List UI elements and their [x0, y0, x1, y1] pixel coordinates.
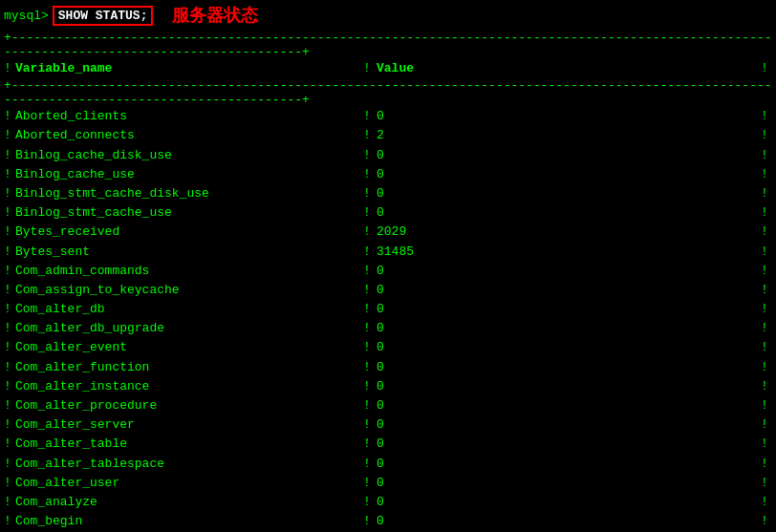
mid-sep: ! [357, 436, 377, 453]
right-sep: ! [761, 166, 772, 183]
left-sep: ! [4, 244, 15, 261]
table-row: ! Com_alter_tablespace ! 0 ! [0, 455, 776, 474]
left-sep: ! [4, 436, 15, 453]
variable-value: 0 [377, 263, 761, 280]
mid-sep: ! [357, 301, 377, 318]
top-border: +---------------------------------------… [0, 31, 776, 59]
right-sep: ! [761, 320, 772, 337]
variable-name: Com_begin [15, 513, 357, 530]
right-sep: ! [761, 127, 772, 144]
left-sep: ! [4, 263, 15, 280]
right-sep: ! [761, 494, 772, 511]
variable-value: 0 [377, 320, 761, 337]
mysql-prompt: mysql> [4, 9, 49, 23]
mid-sep: ! [357, 397, 377, 415]
table-row: ! Com_alter_table ! 0 ! [0, 435, 776, 454]
right-sep: ! [761, 416, 772, 434]
variable-value: 0 [377, 339, 761, 356]
left-sep: ! [4, 223, 15, 241]
command-text: SHOW STATUS; [53, 6, 154, 26]
right-sep: ! [761, 301, 772, 318]
variable-value: 0 [377, 397, 761, 415]
variable-value: 0 [377, 204, 761, 222]
left-sep: ! [4, 185, 15, 202]
table-row: ! Com_alter_instance ! 0 ! [0, 377, 776, 396]
variable-value: 0 [377, 147, 761, 164]
variable-name: Com_admin_commands [15, 263, 357, 280]
variable-name: Com_alter_db [15, 301, 357, 318]
mid-sep: ! [357, 204, 377, 222]
table-row: ! Binlog_stmt_cache_disk_use ! 0 ! [0, 184, 776, 203]
variable-name: Com_assign_to_keycache [15, 282, 357, 299]
left-sep: ! [4, 339, 15, 356]
table-row: ! Com_alter_db_upgrade ! 0 ! [0, 319, 776, 338]
prompt-line: mysql> SHOW STATUS; 服务器状态 [0, 2, 776, 29]
variable-value: 0 [377, 378, 761, 395]
right-sep: ! [761, 436, 772, 453]
variable-value: 0 [377, 359, 761, 376]
right-sep: ! [761, 397, 772, 415]
left-sep: ! [4, 301, 15, 318]
variable-name: Com_alter_table [15, 436, 357, 453]
left-sep: ! [4, 494, 15, 511]
right-sep: ! [761, 108, 772, 125]
variable-name: Bytes_sent [15, 244, 357, 261]
col-variable-header: Variable_name [15, 60, 357, 77]
left-sep: ! [4, 108, 15, 125]
variable-value: 2029 [377, 223, 761, 241]
variable-value: 0 [377, 166, 761, 183]
variable-name: Com_alter_procedure [15, 397, 357, 415]
variable-name: Com_alter_db_upgrade [15, 320, 357, 337]
page-title: 服务器状态 [172, 4, 258, 27]
table-row: ! Com_assign_to_keycache ! 0 ! [0, 281, 776, 300]
mid-sep: ! [357, 494, 377, 511]
table-row: ! Binlog_stmt_cache_use ! 0 ! [0, 203, 776, 223]
variable-name: Com_analyze [15, 494, 357, 511]
col-value-header: Value [377, 60, 761, 77]
right-sep: ! [761, 204, 772, 222]
variable-name: Bytes_received [15, 223, 357, 241]
table-row: ! Binlog_cache_disk_use ! 0 ! [0, 146, 776, 165]
variable-name: Com_alter_instance [15, 378, 357, 395]
left-sep: ! [4, 416, 15, 434]
mid-sep: ! [357, 166, 377, 183]
variable-value: 0 [377, 416, 761, 434]
variable-value: 0 [377, 301, 761, 318]
table-row: ! Com_alter_event ! 0 ! [0, 338, 776, 357]
mid-sep: ! [357, 185, 377, 202]
mid-sep: ! [357, 359, 377, 376]
terminal-window: mysql> SHOW STATUS; 服务器状态 +-------------… [0, 0, 776, 532]
table-row: ! Com_alter_procedure ! 0 ! [0, 396, 776, 415]
variable-value: 31485 [377, 244, 761, 261]
table-row: ! Bytes_received ! 2029 ! [0, 223, 776, 242]
left-sep: ! [4, 147, 15, 164]
variable-value: 0 [377, 436, 761, 453]
header-row: ! Variable_name ! Value ! [0, 59, 776, 78]
mid-sep: ! [357, 108, 377, 125]
right-sep: ! [761, 223, 772, 241]
mid-sep: ! [357, 456, 377, 473]
table-row: ! Com_alter_db ! 0 ! [0, 300, 776, 319]
variable-value: 2 [377, 127, 761, 144]
mid-sep: ! [357, 223, 377, 241]
variable-value: 0 [377, 513, 761, 530]
variable-name: Binlog_stmt_cache_disk_use [15, 185, 357, 202]
left-sep: ! [4, 166, 15, 183]
mid-sep: ! [357, 127, 377, 144]
right-sep: ! [761, 378, 772, 395]
left-sep: ! [4, 204, 15, 222]
variable-name: Com_alter_tablespace [15, 456, 357, 473]
mid-sep: ! [357, 320, 377, 337]
table-row: ! Com_analyze ! 0 ! [0, 493, 776, 512]
variable-name: Binlog_cache_disk_use [15, 147, 357, 164]
mid-sep: ! [357, 416, 377, 434]
right-sep: ! [761, 185, 772, 202]
left-sep: ! [4, 320, 15, 337]
right-sep: ! [761, 244, 772, 261]
right-sep: ! [761, 475, 772, 492]
table-row: ! Com_alter_server ! 0 ! [0, 415, 776, 435]
variable-value: 0 [377, 475, 761, 492]
mid-sep: ! [357, 339, 377, 356]
variable-value: 0 [377, 108, 761, 125]
mid-sep: ! [357, 475, 377, 492]
